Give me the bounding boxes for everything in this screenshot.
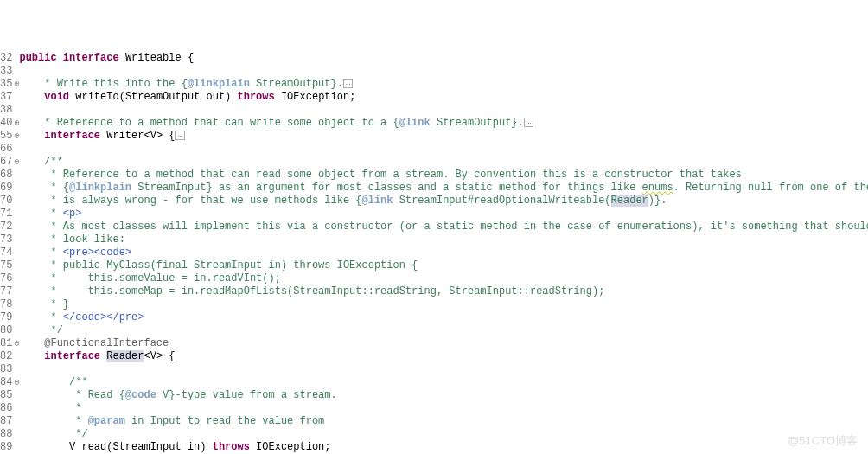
- code-token: [19, 389, 75, 401]
- code-token: throws: [238, 91, 281, 103]
- code-token: …: [175, 131, 184, 140]
- code-token: . Returning null from one of these: [673, 182, 868, 194]
- code-token: StreamInput#readOptionalWriteable(: [393, 195, 611, 207]
- code-token: public: [19, 52, 62, 64]
- code-token: *: [50, 246, 62, 259]
- code-token: …: [343, 79, 353, 88]
- code-token: [19, 221, 50, 233]
- code-line[interactable]: * public MyClass(final StreamInput in) t…: [19, 259, 868, 272]
- code-line[interactable]: [19, 143, 868, 156]
- code-token: * Reference to a method that can write s…: [44, 117, 399, 129]
- line-number: 32: [0, 52, 12, 65]
- code-line[interactable]: */: [19, 324, 868, 337]
- code-line[interactable]: [19, 65, 868, 78]
- code-token: interface: [44, 350, 106, 362]
- code-line[interactable]: /**: [19, 156, 868, 169]
- line-number: 88: [0, 428, 12, 441]
- code-token: …: [524, 118, 533, 127]
- code-token: StreamInput} as an argument for most cla…: [131, 182, 642, 194]
- code-line[interactable]: * Read {@code V}-type value from a strea…: [19, 389, 868, 402]
- code-line[interactable]: * }: [19, 298, 868, 311]
- line-number: 80: [0, 324, 12, 337]
- code-line[interactable]: * Write this into the {@linkplain Stream…: [19, 78, 868, 91]
- code-token: StreamOutput}.: [250, 78, 343, 90]
- code-token: * is always wrong - for that we use meth…: [50, 195, 361, 207]
- line-number: 85: [0, 389, 12, 402]
- code-token: * Reference to a method that can read so…: [50, 169, 741, 181]
- code-token: @link: [362, 195, 393, 207]
- code-token: @linkplain: [188, 78, 250, 90]
- code-line[interactable]: interface Reader<V> {: [19, 350, 868, 363]
- code-line[interactable]: void writeTo(StreamOutput out) throws IO…: [19, 91, 868, 104]
- code-token: *: [75, 415, 87, 427]
- code-token: /**: [69, 376, 88, 388]
- code-token: <pre><code>: [63, 246, 131, 259]
- code-token: [19, 78, 44, 90]
- code-token: * As most classes will implement this vi…: [50, 221, 868, 233]
- line-number: 77: [0, 285, 12, 298]
- code-line[interactable]: * <p>: [19, 208, 868, 221]
- code-token: enums: [642, 182, 673, 194]
- code-token: @link: [399, 117, 431, 129]
- code-token: * {: [50, 182, 69, 194]
- code-token: [19, 376, 69, 388]
- code-line[interactable]: interface Writer<V> {…: [19, 130, 868, 143]
- code-token: * this.someMap = in.readMapOfLists(Strea…: [50, 285, 604, 297]
- code-token: @param: [88, 415, 125, 427]
- code-token: </code></pre>: [63, 311, 144, 323]
- code-line[interactable]: [19, 104, 868, 117]
- code-line[interactable]: * {@linkplain StreamInput} as an argumen…: [19, 182, 868, 195]
- line-number: 76: [0, 272, 12, 285]
- code-line[interactable]: [19, 363, 868, 376]
- line-number: 35: [0, 78, 12, 91]
- code-token: [19, 130, 44, 142]
- code-line[interactable]: * this.someValue = in.readVInt();: [19, 272, 868, 285]
- line-number: 70: [0, 195, 12, 208]
- code-token: [19, 169, 50, 181]
- code-line[interactable]: * Reference to a method that can read so…: [19, 169, 868, 182]
- code-line[interactable]: /**: [19, 376, 868, 389]
- line-number: 37: [0, 91, 12, 104]
- line-number: 86: [0, 402, 12, 415]
- line-number-gutter: 3233353738405566676869707172737475767778…: [0, 52, 14, 454]
- code-token: * this.someValue = in.readVInt();: [50, 272, 280, 285]
- code-line[interactable]: * look like:: [19, 233, 868, 246]
- code-line[interactable]: * @param in Input to read the value from: [19, 415, 868, 428]
- watermark-text: @51CTO博客: [788, 434, 858, 447]
- code-line[interactable]: public interface Writeable {: [19, 52, 868, 65]
- code-token: [19, 337, 44, 349]
- line-number: 73: [0, 233, 12, 246]
- code-token: [19, 285, 50, 297]
- code-token: interface: [63, 52, 125, 64]
- code-line[interactable]: */: [19, 428, 868, 441]
- code-line[interactable]: * As most classes will implement this vi…: [19, 221, 868, 233]
- code-editor[interactable]: 3233353738405566676869707172737475767778…: [0, 52, 868, 454]
- line-number: 83: [0, 363, 12, 376]
- code-token: *: [50, 208, 62, 220]
- code-token: Writer<V> {: [106, 130, 175, 142]
- code-line[interactable]: * <pre><code>: [19, 246, 868, 259]
- code-line[interactable]: *: [19, 402, 868, 415]
- line-number: 84: [0, 376, 12, 389]
- code-token: [19, 350, 44, 362]
- code-line[interactable]: * is always wrong - for that we use meth…: [19, 195, 868, 208]
- code-token: [19, 311, 50, 323]
- code-token: Writeable {: [125, 52, 194, 64]
- code-token: throws: [213, 441, 256, 453]
- code-token: writeTo(StreamOutput out): [75, 91, 237, 103]
- code-token: *: [50, 311, 62, 323]
- code-token: [19, 402, 75, 414]
- code-line[interactable]: V read(StreamInput in) throws IOExceptio…: [19, 441, 868, 454]
- code-line[interactable]: * </code></pre>: [19, 311, 868, 324]
- code-line[interactable]: @FunctionalInterface: [19, 337, 868, 350]
- code-token: @linkplain: [69, 182, 131, 194]
- code-line[interactable]: * this.someMap = in.readMapOfLists(Strea…: [19, 285, 868, 298]
- code-token: V read(StreamInput in): [19, 441, 212, 453]
- line-number: 66: [0, 143, 12, 156]
- code-token: /**: [44, 156, 63, 168]
- code-token: [19, 208, 50, 220]
- code-content[interactable]: public interface Writeable { * Write thi…: [19, 52, 868, 454]
- line-number: 89: [0, 441, 12, 454]
- code-line[interactable]: * Reference to a method that can write s…: [19, 117, 868, 130]
- code-token: void: [44, 91, 75, 103]
